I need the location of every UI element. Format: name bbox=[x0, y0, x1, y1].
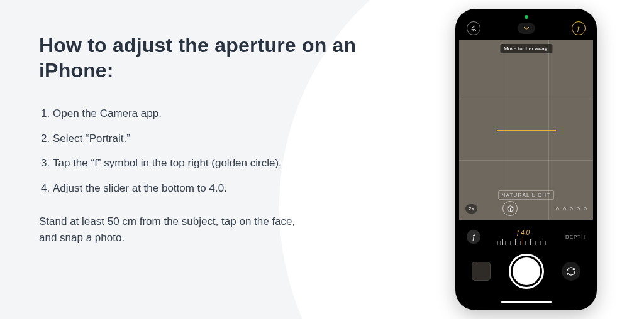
shutter-row bbox=[459, 254, 593, 289]
steps-list: Open the Camera app. Select “Portrait.” … bbox=[39, 105, 366, 196]
effect-dot bbox=[570, 207, 573, 210]
viewfinder-bottom-row: 2× bbox=[459, 201, 593, 216]
step-item: Adjust the slider at the bottom to 4.0. bbox=[53, 180, 317, 197]
lighting-mode-label: NATURAL LIGHT bbox=[498, 190, 555, 200]
horizon-level-line bbox=[497, 130, 556, 131]
zoom-badge[interactable]: 2× bbox=[465, 204, 477, 214]
home-indicator[interactable] bbox=[501, 301, 552, 303]
aperture-value-label: ƒ 4.0 bbox=[516, 229, 530, 236]
aperture-control-strip: ƒ ƒ 4.0 DEPTH bbox=[459, 220, 593, 254]
effect-dot bbox=[584, 207, 587, 210]
shutter-button[interactable] bbox=[509, 254, 544, 289]
step-item: Tap the “f” symbol in the top right (gol… bbox=[53, 155, 317, 171]
footer-instruction: Stand at least 50 cm from the subject, t… bbox=[39, 214, 316, 247]
step-item: Open the Camera app. bbox=[53, 105, 317, 122]
flash-icon[interactable] bbox=[467, 21, 480, 35]
page-title: How to adjust the aperture on an iPhone: bbox=[39, 33, 366, 83]
grid-line bbox=[459, 100, 593, 100]
last-photo-thumbnail[interactable] bbox=[472, 262, 491, 281]
step-item: Select “Portrait.” bbox=[53, 131, 317, 147]
aperture-f-icon[interactable]: ƒ bbox=[572, 21, 586, 35]
shutter-inner bbox=[513, 257, 540, 285]
lighting-cube-icon[interactable] bbox=[502, 201, 518, 216]
f-symbol-glyph: ƒ bbox=[577, 24, 580, 32]
camera-viewfinder[interactable]: Move further away. NATURAL LIGHT 2× bbox=[459, 40, 593, 220]
effect-dot bbox=[563, 207, 566, 210]
aperture-ticks bbox=[497, 237, 548, 245]
flip-camera-button[interactable] bbox=[562, 262, 580, 281]
grid-line bbox=[459, 160, 593, 161]
status-indicator-dot bbox=[525, 15, 528, 19]
f-button[interactable]: ƒ bbox=[467, 230, 480, 244]
f-symbol-glyph: ƒ bbox=[472, 232, 476, 241]
camera-app-screen: ƒ Move further away. NATURAL LIGHT 2× bbox=[459, 13, 593, 306]
text-column: How to adjust the aperture on an iPhone:… bbox=[39, 33, 366, 247]
distance-hint: Move further away. bbox=[500, 44, 552, 53]
lighting-effect-dots[interactable] bbox=[556, 207, 587, 210]
depth-mode-label: DEPTH bbox=[565, 234, 586, 240]
effect-dot bbox=[556, 207, 559, 210]
aperture-slider[interactable]: ƒ 4.0 bbox=[480, 229, 565, 245]
camera-top-bar: ƒ bbox=[459, 21, 593, 35]
effect-dot bbox=[577, 207, 580, 210]
iphone-device: ƒ Move further away. NATURAL LIGHT 2× bbox=[455, 9, 597, 310]
instruction-card: How to adjust the aperture on an iPhone:… bbox=[0, 0, 644, 319]
camera-options-chevron[interactable] bbox=[518, 23, 535, 34]
